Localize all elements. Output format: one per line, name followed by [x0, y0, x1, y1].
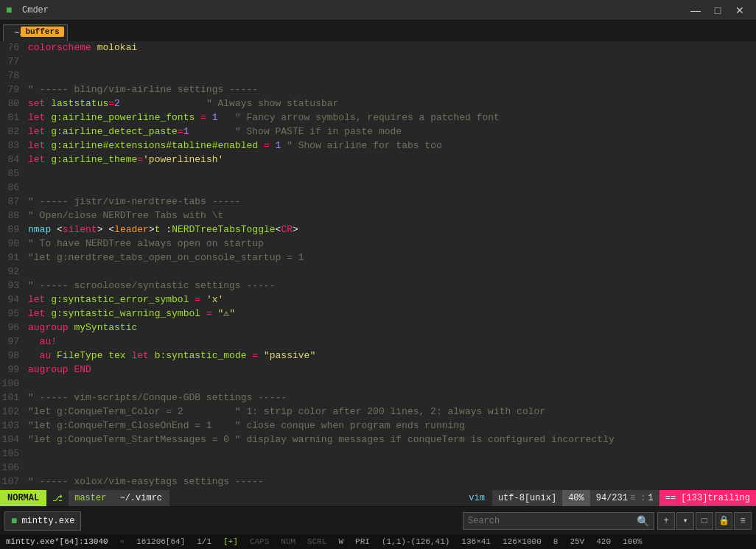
search-box[interactable]: 🔍 [463, 512, 654, 530]
separator: « [120, 537, 125, 546]
table-row: 78 [0, 69, 756, 83]
git-branch: master [69, 490, 112, 506]
table-row: 100 [0, 377, 756, 391]
table-row: 103 "let g:ConqueTerm_CloseOnEnd = 1 " c… [0, 419, 756, 433]
table-row: 79 " ----- bling/vim-airline settings --… [0, 83, 756, 97]
table-row: 80 set laststatus=2 " Always show status… [0, 97, 756, 111]
table-row: 90 " To have NERDTree always open on sta… [0, 237, 756, 251]
modified-flag: [+] [223, 537, 238, 546]
num-status: NUM [281, 537, 295, 546]
title-text: Cmder [22, 5, 49, 15]
table-row: 92 [0, 265, 756, 279]
window-size: 136×41 [461, 537, 491, 546]
title-left: ■ Cmder [6, 4, 49, 16]
process-name: mintty.exe*[64]:13040 [6, 537, 108, 546]
table-row: 89 nmap <silent> <leader>t :NERDTreeTabs… [0, 223, 756, 237]
menu-button[interactable]: ▾ [676, 512, 694, 530]
window-button[interactable]: □ [696, 512, 713, 530]
caps-status: CAPS [250, 537, 269, 546]
table-row: 106 [0, 461, 756, 475]
search-input[interactable] [468, 516, 637, 526]
app-icon: ■ [6, 4, 18, 16]
table-row: 98 au FileType tex let b:syntastic_mode … [0, 349, 756, 363]
table-row: 102 "let g:ConqueTerm_Color = 2 " 1: str… [0, 405, 756, 419]
taskbar: ■ mintty.exe 🔍 + ▾ □ 🔒 ≡ [0, 506, 756, 534]
filetype-badge: vim [461, 490, 492, 506]
git-badge: ⎇ [46, 490, 69, 506]
table-row: 88 " Open/close NERDTree Tabs with \t [0, 209, 756, 223]
file-path: ~/.vimrc [112, 490, 169, 506]
table-row: 87 " ----- jistr/vim-nerdtree-tabs ----- [0, 195, 756, 209]
maximize-button[interactable]: □ [707, 2, 728, 18]
app-name: mintty.exe [21, 516, 74, 526]
editor-area: 76 colorscheme molokai 77 78 79 " ----- … [0, 41, 756, 506]
git-icon: ⎇ [52, 493, 63, 504]
title-bar: ■ Cmder — □ ✕ [0, 0, 756, 21]
settings-button[interactable]: ≡ [734, 512, 752, 530]
table-row: 104 "let g:ConqueTerm_StartMessages = 0 … [0, 433, 756, 447]
line-col-badge: 94/231 ≡ : 1 [590, 490, 659, 506]
bottom-bar: mintty.exe*[64]:13040 « 161206[64] 1/1 [… [0, 534, 756, 549]
tabs-row: ~/.vimrc buffers [0, 21, 756, 41]
taskbar-app[interactable]: ■ mintty.exe [4, 511, 81, 531]
close-button[interactable]: ✕ [729, 2, 750, 18]
minimize-button[interactable]: — [685, 2, 706, 18]
table-row: 83 let g:airline#extensions#tabline#enab… [0, 139, 756, 153]
mode-badge: NORMAL [0, 490, 46, 506]
table-row: 99 augroup END [0, 363, 756, 377]
active-tab[interactable]: ~/.vimrc buffers [3, 24, 68, 41]
buffers-badge: buffers [21, 27, 63, 37]
pri-status: PRI [355, 537, 370, 546]
table-row: 91 "let g:nerdtree_tabs_open_on_console_… [0, 251, 756, 265]
lock-button[interactable]: 🔒 [715, 512, 732, 530]
num1: 8 [553, 537, 559, 546]
encoding-badge: utf-8[unix] [492, 490, 562, 506]
table-row: 81 let g:airline_powerline_fonts = 1 " F… [0, 111, 756, 125]
title-controls: — □ ✕ [685, 2, 750, 18]
code-container[interactable]: 76 colorscheme molokai 77 78 79 " ----- … [0, 41, 756, 490]
app-icon-small: ■ [11, 515, 17, 527]
add-tab-button[interactable]: + [657, 512, 675, 530]
zoom-level: 100% [623, 537, 642, 546]
error-badge: = = [133]trailing [659, 490, 756, 506]
table-row: 93 " ----- scrooloose/syntastic settings… [0, 279, 756, 293]
branch-name: master [74, 493, 106, 503]
table-row: 96 augroup mySyntastic [0, 321, 756, 335]
num2: 420 [596, 537, 611, 546]
table-row: 77 [0, 55, 756, 69]
table-row: 86 [0, 181, 756, 195]
table-row: 95 let g:syntastic_warning_symbol = "⚠" [0, 307, 756, 321]
table-row: 97 au! [0, 335, 756, 349]
taskbar-icons: + ▾ □ 🔒 ≡ [657, 512, 752, 530]
v-status: 25V [570, 537, 584, 546]
w-status: W [339, 537, 344, 546]
table-row: 85 [0, 167, 756, 181]
table-row: 82 let g:airline_detect_paste=1 " Show P… [0, 125, 756, 139]
status-line: NORMAL ⎇ master ~/.vimrc vim utf-8[unix]… [0, 490, 756, 506]
table-row: 94 let g:syntastic_error_symbol = 'x' [0, 293, 756, 307]
table-row: 84 let g:airline_theme='powerlineish' [0, 153, 756, 167]
percent-badge: 40% [562, 490, 590, 506]
search-button[interactable]: 🔍 [637, 515, 649, 527]
scrl-status: SCRL [307, 537, 326, 546]
page-info: 1/1 [197, 537, 211, 546]
table-row: 76 colorscheme molokai [0, 41, 756, 55]
buffer-info: 161206[64] [136, 537, 185, 546]
table-row: 101 " ----- vim-scripts/Conque-GDB setti… [0, 391, 756, 405]
table-row: 107 " ----- xolox/vim-easytags settings … [0, 475, 756, 489]
table-row: 105 [0, 447, 756, 461]
buffer-size: 126×1000 [503, 537, 542, 546]
cursor-pos: (1,1)-(126,41) [382, 537, 449, 546]
